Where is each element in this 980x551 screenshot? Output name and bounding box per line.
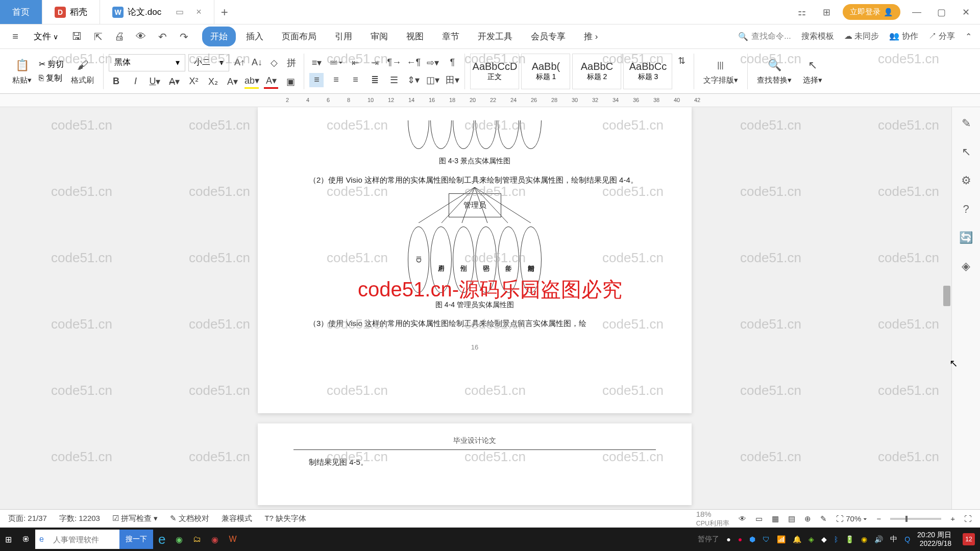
security-icon[interactable]: 🛡 <box>763 535 770 543</box>
start-button[interactable]: ⊞ <box>0 528 17 551</box>
shading-button[interactable]: ◫▾ <box>426 73 440 87</box>
font-size-select[interactable]: 小二▾ <box>188 54 229 71</box>
pen-icon[interactable]: ✎ <box>958 115 974 132</box>
find-replace[interactable]: 🔍查找替换▾ <box>753 57 796 85</box>
menu-page-layout[interactable]: 页面布局 <box>274 27 325 46</box>
search-go-button[interactable]: 搜一下 <box>119 530 153 549</box>
strike-button[interactable]: A̶▾ <box>167 74 181 89</box>
style-heading2[interactable]: AaBbC标题 2 <box>572 54 621 89</box>
ruler[interactable]: 24681012141618202224262830323436384042 <box>0 94 980 107</box>
shrink-font-icon[interactable]: A↓ <box>250 56 264 70</box>
redo-icon[interactable]: ↷ <box>177 30 191 44</box>
bluetooth-icon[interactable]: ᛒ <box>834 535 838 543</box>
spell-check[interactable]: ☑ 拼写检查 ▾ <box>112 514 158 523</box>
eye-icon[interactable]: 👁 <box>739 514 746 523</box>
ie-app-icon[interactable]: e <box>153 528 170 551</box>
highlight-button[interactable]: ab▾ <box>244 74 259 89</box>
explorer-icon[interactable]: 🗂 <box>188 528 206 551</box>
page-mode-icon[interactable]: ▦ <box>772 514 779 523</box>
style-heading1[interactable]: AaBb(标题 1 <box>521 54 570 89</box>
align-right-button[interactable]: ≡ <box>348 73 362 87</box>
font-select[interactable]: 黑体▾ <box>109 54 185 71</box>
bold-button[interactable]: B <box>109 74 123 89</box>
zoom-fit-icon[interactable]: ⛶ 70% ▾ <box>836 514 867 523</box>
export-icon[interactable]: ⇱ <box>91 30 105 44</box>
web-mode-icon[interactable]: ⊕ <box>804 514 811 523</box>
zoom-in-button[interactable]: + <box>950 514 955 523</box>
tab-docker[interactable]: D稻壳 <box>42 0 100 24</box>
document-canvas[interactable]: 图 4-3 景点实体属性图 （2）使用 Visio 这样的常用的实体属性图绘制工… <box>0 107 949 528</box>
subscript-button[interactable]: X₂ <box>206 74 220 89</box>
align-center-button[interactable]: ≡ <box>329 73 343 87</box>
notification-badge[interactable]: 12 <box>963 533 975 545</box>
tray-icon[interactable]: ◆ <box>821 535 827 543</box>
menu-start[interactable]: 开始 <box>202 27 236 46</box>
wifi-icon[interactable]: 📶 <box>777 535 786 543</box>
app-red-icon[interactable]: ◉ <box>206 528 224 551</box>
rtl-button[interactable]: ←¶ <box>406 56 421 70</box>
share-button[interactable]: ↗ 分享 <box>928 31 955 42</box>
bell-icon[interactable]: 🔔 <box>793 535 801 543</box>
formatting-marks-button[interactable]: ¶ <box>445 56 459 70</box>
collapse-ribbon-icon[interactable]: ⌃ <box>965 32 972 41</box>
menu-references[interactable]: 引用 <box>327 27 360 46</box>
italic-button[interactable]: I <box>128 74 142 89</box>
align-left-button[interactable]: ≡ <box>309 73 324 87</box>
wps-app-icon[interactable]: W <box>224 528 241 551</box>
maximize-button[interactable]: ▢ <box>933 4 949 20</box>
taskbar-clock[interactable]: 20:20 周日2022/9/18 <box>917 531 951 548</box>
align-justify-button[interactable]: ≣ <box>368 73 382 87</box>
menu-review[interactable]: 审阅 <box>362 27 396 46</box>
add-tab-button[interactable]: + <box>214 0 235 24</box>
indent-button[interactable]: ⇥ <box>368 56 382 70</box>
hamburger-icon[interactable]: ≡ <box>8 30 22 44</box>
menu-insert[interactable]: 插入 <box>238 27 272 46</box>
volume-icon[interactable]: 🔊 <box>874 535 883 543</box>
line-spacing-button[interactable]: ⇕▾ <box>406 73 421 87</box>
fullscreen-icon[interactable]: ⛶ <box>964 514 972 523</box>
menu-view[interactable]: 视图 <box>398 27 432 46</box>
zoom-out-button[interactable]: − <box>876 514 881 523</box>
collab-button[interactable]: 👥 协作 <box>889 31 918 42</box>
tab-home[interactable]: 首页 <box>0 0 42 24</box>
close-window-button[interactable]: ✕ <box>958 4 974 20</box>
close-icon[interactable]: × <box>196 7 202 17</box>
tab-menu-icon[interactable]: ▭ <box>176 7 184 17</box>
layout-icon[interactable]: ⚏ <box>794 4 810 20</box>
tray-icon[interactable]: ● <box>738 535 742 543</box>
settings-slider-icon[interactable]: ⚙ <box>958 172 974 189</box>
numbering-button[interactable]: ⩸▾ <box>329 56 343 70</box>
read-mode-icon[interactable]: ▭ <box>755 514 763 523</box>
style-heading3[interactable]: AaBbCc标题 3 <box>623 54 672 89</box>
distribute-button[interactable]: ☰ <box>387 73 401 87</box>
proofread[interactable]: ✎ 文档校对 <box>170 514 209 523</box>
style-normal[interactable]: AaBbCcD正文 <box>470 54 519 89</box>
search-template[interactable]: 搜索模板 <box>801 31 834 42</box>
tray-icon[interactable]: ⬢ <box>749 535 755 543</box>
ai-icon[interactable]: ◈ <box>958 258 974 274</box>
select-tool-icon[interactable]: ↖ <box>958 144 974 160</box>
login-button[interactable]: 立即登录👤 <box>843 4 900 20</box>
text-layout[interactable]: ⫼文字排版▾ <box>699 57 742 85</box>
font-color-button[interactable]: A▾ <box>264 74 278 89</box>
tab-button[interactable]: ⇨▾ <box>426 56 440 70</box>
menu-chapter[interactable]: 章节 <box>434 27 468 46</box>
copy-button[interactable]: ⎘ 复制 <box>39 73 64 84</box>
battery-icon[interactable]: 🔋 <box>845 535 854 543</box>
ime-indicator[interactable]: 中 <box>890 535 897 544</box>
file-menu[interactable]: 文件 ∨ <box>30 29 62 44</box>
missing-font[interactable]: T? 缺失字体 <box>264 514 306 523</box>
menu-dev-tools[interactable]: 开发工具 <box>470 27 521 46</box>
tab-document[interactable]: W论文.doc▭× <box>100 0 214 24</box>
cut-button[interactable]: ✂ 剪切 <box>39 59 64 70</box>
translate-icon[interactable]: 🔄 <box>958 230 974 246</box>
scrollbar[interactable] <box>942 107 951 528</box>
tray-icon[interactable]: ◉ <box>861 535 867 543</box>
outline-mode-icon[interactable]: ▤ <box>788 514 795 523</box>
clear-format-icon[interactable]: ◇ <box>267 56 281 70</box>
tray-icon[interactable]: Q <box>904 535 910 543</box>
word-count[interactable]: 字数: 12203 <box>59 514 100 523</box>
ltr-button[interactable]: ¶→ <box>387 56 401 70</box>
char-border-button[interactable]: ▣ <box>283 74 298 89</box>
scroll-thumb[interactable] <box>943 286 950 306</box>
